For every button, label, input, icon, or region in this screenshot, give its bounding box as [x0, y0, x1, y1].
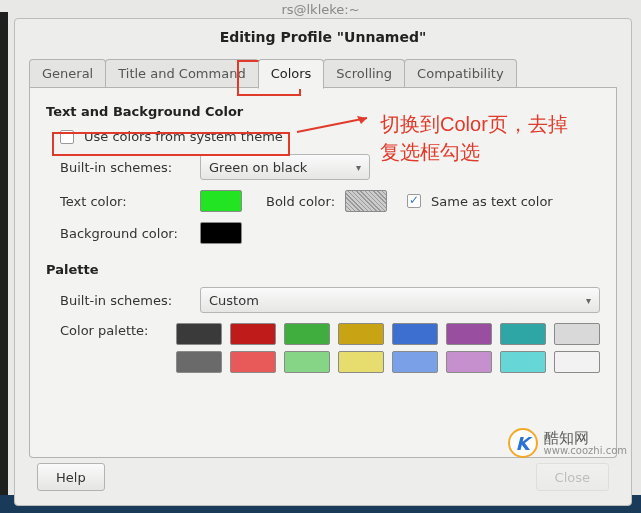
bold-color-button[interactable]	[345, 190, 387, 212]
tab-bar: General Title and Command Colors Scrolli…	[15, 59, 631, 88]
background-color-button[interactable]	[200, 222, 242, 244]
text-color-button[interactable]	[200, 190, 242, 212]
palette-color-button[interactable]	[284, 323, 330, 345]
use-system-colors-row: Use colors from system theme	[46, 129, 600, 144]
palette-grid	[176, 323, 600, 373]
builtin-schemes-value: Green on black	[209, 160, 307, 175]
palette-color-button[interactable]	[230, 351, 276, 373]
palette-color-button[interactable]	[176, 323, 222, 345]
same-as-text-checkbox[interactable]	[407, 194, 421, 208]
palette-color-button[interactable]	[392, 351, 438, 373]
help-button[interactable]: Help	[37, 463, 105, 491]
palette-row-2	[176, 351, 600, 373]
color-palette-row: Color palette:	[46, 323, 600, 373]
background-color-row: Background color:	[46, 222, 600, 244]
dialog-title: Editing Profile "Unnamed"	[15, 19, 631, 59]
tab-colors[interactable]: Colors	[258, 59, 325, 89]
text-color-label: Text color:	[60, 194, 190, 209]
palette-color-button[interactable]	[338, 351, 384, 373]
builtin-schemes-row: Built-in schemes: Green on black ▾	[46, 154, 600, 180]
palette-color-button[interactable]	[392, 323, 438, 345]
palette-color-button[interactable]	[500, 323, 546, 345]
background-strip	[0, 12, 8, 513]
palette-color-button[interactable]	[338, 323, 384, 345]
palette-scheme-select[interactable]: Custom ▾	[200, 287, 600, 313]
palette-schemes-label: Built-in schemes:	[60, 293, 190, 308]
chevron-down-icon: ▾	[356, 162, 361, 173]
palette-color-button[interactable]	[176, 351, 222, 373]
palette-color-button[interactable]	[554, 351, 600, 373]
palette-color-button[interactable]	[446, 323, 492, 345]
palette-color-button[interactable]	[230, 323, 276, 345]
section-palette: Palette	[46, 262, 600, 277]
palette-color-button[interactable]	[446, 351, 492, 373]
color-palette-label: Color palette:	[60, 323, 166, 338]
same-as-text-label: Same as text color	[431, 194, 553, 209]
use-system-colors-label: Use colors from system theme	[84, 129, 283, 144]
tab-scrolling[interactable]: Scrolling	[323, 59, 405, 88]
chevron-down-icon: ▾	[586, 295, 591, 306]
use-system-colors-checkbox[interactable]	[60, 130, 74, 144]
colors-panel: Text and Background Color Use colors fro…	[29, 88, 617, 458]
palette-row-1	[176, 323, 600, 345]
tab-general[interactable]: General	[29, 59, 106, 88]
palette-scheme-value: Custom	[209, 293, 259, 308]
tab-title-and-command[interactable]: Title and Command	[105, 59, 258, 88]
text-bold-color-row: Text color: Bold color: Same as text col…	[46, 190, 600, 212]
palette-color-button[interactable]	[554, 323, 600, 345]
builtin-schemes-label: Built-in schemes:	[60, 160, 190, 175]
bold-color-label: Bold color:	[266, 194, 335, 209]
palette-color-button[interactable]	[500, 351, 546, 373]
tab-compatibility[interactable]: Compatibility	[404, 59, 517, 88]
close-button[interactable]: Close	[536, 463, 609, 491]
parent-window-title: rs@lkleke:~	[0, 2, 641, 17]
section-text-and-background: Text and Background Color	[46, 104, 600, 119]
palette-schemes-row: Built-in schemes: Custom ▾	[46, 287, 600, 313]
background-color-label: Background color:	[60, 226, 190, 241]
profile-editor-dialog: Editing Profile "Unnamed" General Title …	[14, 18, 632, 506]
palette-color-button[interactable]	[284, 351, 330, 373]
builtin-schemes-select[interactable]: Green on black ▾	[200, 154, 370, 180]
